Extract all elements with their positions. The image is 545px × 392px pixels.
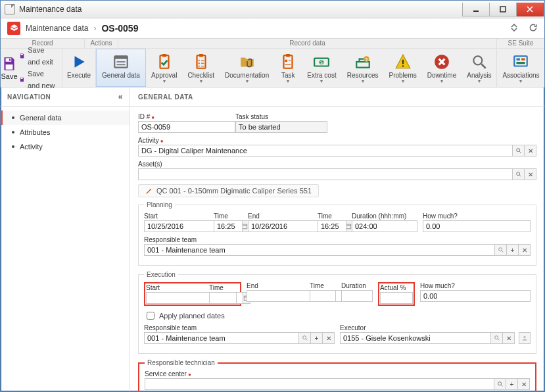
bullet-icon (12, 131, 14, 134)
task-tab[interactable]: Task ▾ (274, 49, 302, 87)
plan-start-label: Start (144, 212, 208, 220)
search-icon[interactable] (495, 244, 507, 256)
svg-point-41 (516, 149, 519, 152)
general-data-tab[interactable]: General data (96, 49, 146, 87)
group-actions: Actions (85, 39, 118, 48)
execution-group: Execution Start ✕ Time End ✕ Time Durati… (138, 271, 536, 354)
maximize-button[interactable] (490, 3, 517, 16)
svg-rect-3 (6, 64, 13, 70)
planning-group: Planning Start ✕ Time End ✕ Time Duratio… (138, 201, 536, 266)
breadcrumb-root[interactable]: Maintenance data (26, 24, 88, 33)
analysis-tab[interactable]: Analysis ▾ (462, 49, 496, 87)
warning-icon (394, 53, 412, 71)
exec-howmuch-input[interactable] (420, 290, 531, 302)
exec-start-time-input[interactable] (209, 292, 237, 304)
breadcrumb-current: OS-0059 (101, 23, 138, 34)
activity-search-button[interactable] (513, 145, 525, 157)
documentation-tab[interactable]: Documentation ▾ (220, 49, 274, 87)
clipboard-task-icon (279, 53, 296, 71)
downtime-tab[interactable]: Downtime ▾ (422, 49, 462, 87)
group-se-suite: SE Suite (497, 39, 544, 48)
folder-clip-icon (239, 53, 256, 71)
form-panel: GENERAL DATA ID # ▸ Task status (130, 87, 544, 391)
close-button[interactable] (517, 3, 544, 16)
associations-icon (512, 53, 529, 71)
executor-label: Executor (340, 324, 531, 331)
exec-duration-input[interactable] (341, 290, 373, 302)
executor-input[interactable] (340, 332, 491, 344)
svg-rect-33 (402, 65, 404, 66)
exec-respteam-input[interactable] (144, 332, 299, 344)
nav-collapse-icon[interactable]: « (118, 92, 123, 101)
svg-point-60 (498, 382, 501, 385)
search-icon[interactable] (491, 332, 503, 344)
app-window: Maintenance data Maintenance data › OS-0… (0, 0, 545, 392)
assets-search-button[interactable] (513, 168, 525, 180)
service-center-label: Service center (145, 370, 530, 378)
search-icon[interactable] (494, 378, 506, 390)
search-icon[interactable] (299, 332, 311, 344)
svg-rect-29 (356, 62, 369, 68)
svg-point-59 (523, 336, 525, 338)
svg-rect-12 (162, 54, 166, 57)
plan-respteam-input[interactable] (144, 244, 495, 256)
exec-end-time-input[interactable] (310, 290, 336, 302)
ribbon-groups: Record Actions Record data SE Suite (1, 39, 544, 49)
execute-button[interactable]: Execute (62, 49, 95, 87)
add-icon[interactable]: + (311, 332, 323, 344)
asset-chip[interactable]: QC 001 - 0-150mm Digimatic Caliper Serie… (138, 184, 319, 197)
plan-duration-label: Duration (hhh:mm) (352, 212, 417, 220)
magnifier-icon (471, 53, 488, 71)
clear-icon[interactable]: ✕ (323, 332, 335, 344)
svg-rect-4 (9, 59, 11, 61)
save-and-exit-button[interactable]: Save and exit (19, 44, 57, 68)
checklist-tab[interactable]: Checklist ▾ (182, 49, 220, 87)
activity-clear-button[interactable]: ✕ (525, 145, 536, 157)
plan-start-time-input[interactable] (214, 220, 243, 232)
plan-respteam-label: Responsible team (144, 236, 531, 243)
add-icon[interactable]: + (506, 378, 518, 390)
resources-tab[interactable]: $ Resources ▾ (342, 49, 384, 87)
activity-input[interactable] (138, 145, 513, 157)
plan-duration-input[interactable] (352, 220, 417, 232)
plan-howmuch-label: How much? (423, 212, 531, 220)
svg-point-57 (494, 336, 498, 339)
resources-icon: $ (354, 53, 371, 71)
nav-item-activity[interactable]: Activity (1, 139, 130, 154)
apply-planned-box[interactable] (147, 312, 154, 320)
plan-howmuch-input[interactable] (423, 220, 531, 232)
content: NAVIGATION « General data Attributes Act… (1, 87, 544, 391)
navigation-panel: NAVIGATION « General data Attributes Act… (1, 87, 130, 391)
assets-clear-button[interactable]: ✕ (525, 168, 536, 180)
save-button[interactable]: Save (1, 49, 18, 87)
svg-rect-11 (160, 55, 168, 68)
approval-tab[interactable]: Approval ▾ (146, 49, 182, 87)
clear-icon[interactable]: ✕ (503, 332, 515, 344)
svg-point-55 (302, 336, 306, 339)
extra-cost-tab[interactable]: $ Extra cost ▾ (302, 49, 341, 87)
assets-label: Asset(s) (138, 160, 536, 168)
associations-tab[interactable]: Associations ▾ (497, 49, 544, 87)
exec-actualpct-input[interactable] (380, 292, 413, 304)
minimize-button[interactable] (462, 3, 490, 16)
assets-input[interactable] (138, 168, 513, 180)
plan-end-time-input[interactable] (318, 220, 346, 232)
nav-item-general-data[interactable]: General data (1, 110, 130, 125)
breadcrumb: Maintenance data › OS-0059 (1, 18, 544, 39)
exec-actualpct-label: Actual % (380, 284, 413, 291)
plan-end-label: End (248, 212, 312, 220)
responsible-technician-group: Responsible technician Service center + … (138, 359, 536, 391)
add-icon[interactable]: + (507, 244, 519, 256)
service-center-input[interactable] (145, 378, 494, 390)
svg-line-36 (481, 64, 486, 68)
nav-item-attributes[interactable]: Attributes (1, 125, 130, 139)
problems-tab[interactable]: Problems ▾ (384, 49, 422, 87)
clear-icon[interactable]: ✕ (519, 244, 531, 256)
apply-planned-checkbox[interactable]: Apply planned dates (144, 310, 531, 322)
id-input[interactable] (138, 121, 235, 133)
refresh-icon[interactable] (529, 23, 538, 34)
clear-icon[interactable]: ✕ (518, 378, 530, 390)
executor-extra-button[interactable] (519, 332, 531, 344)
collapse-updown-icon[interactable] (509, 23, 519, 34)
svg-point-17 (198, 65, 199, 66)
